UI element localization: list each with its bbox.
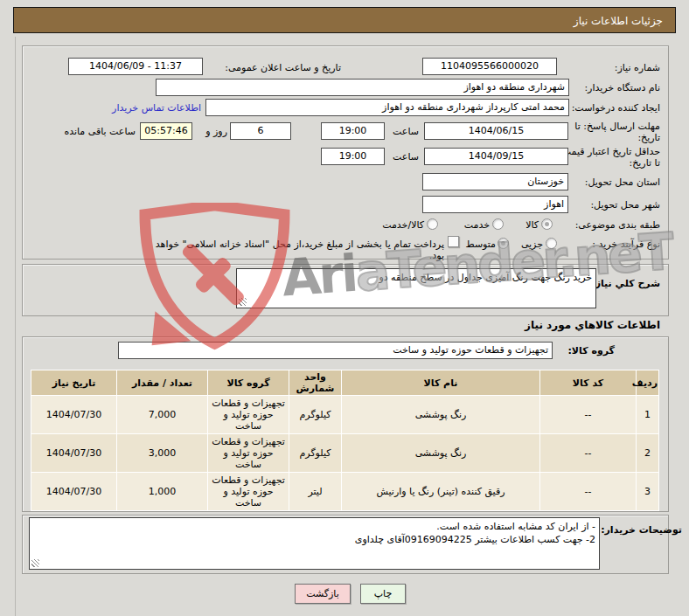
- cell-item-name: رنگ پوششی: [342, 396, 540, 434]
- purchase-process-label: نوع فرآیند خرید :: [555, 239, 660, 250]
- cell-item-code: --: [540, 434, 637, 473]
- cell-need-date: 1404/07/30: [31, 396, 117, 434]
- col-header-need-date[interactable]: تاریخ نیاز: [31, 370, 117, 396]
- days-suffix-label: روز و: [196, 126, 227, 137]
- cell-row-number: 2: [637, 434, 659, 473]
- cell-need-date: 1404/07/30: [31, 434, 117, 473]
- need-description-text: خرید رنگ جهت رنگ آمیزی جداول در سطح منطق…: [379, 272, 592, 283]
- price-validity-date[interactable]: 1404/09/15: [424, 148, 568, 165]
- buyer-contact-link[interactable]: اطلاعات تماس خریدار: [87, 102, 201, 114]
- price-validity-time[interactable]: 19:00: [321, 148, 385, 165]
- cell-group: تجهیزات و قطعات حوزه تولید و ساخت: [208, 396, 289, 434]
- page-title: جزئیات اطلاعات نیاز: [13, 7, 676, 33]
- panel-edge-divider: [15, 37, 16, 616]
- radio-medium[interactable]: [498, 238, 509, 249]
- reply-deadline-time[interactable]: 19:00: [321, 122, 385, 140]
- cell-unit: لیتر: [289, 473, 342, 511]
- treasury-payment-checkbox[interactable]: [448, 236, 459, 247]
- cell-item-code: --: [540, 396, 637, 434]
- goods-group-label: گروه کالا:: [553, 345, 615, 356]
- print-button[interactable]: چاپ: [360, 584, 406, 604]
- buyer-comments-textarea[interactable]: - از ایران کد مشابه استفاده شده است. 2- …: [29, 517, 600, 570]
- cell-item-name: رقیق کننده (تینر) رنگ یا وارنیش: [342, 473, 540, 511]
- buyer-comments-line1: - از ایران کد مشابه استفاده شده است.: [33, 520, 595, 533]
- back-button[interactable]: بازگشت: [295, 584, 351, 604]
- radio-goods-service-label: کالا/خدمت: [367, 219, 424, 231]
- radio-goods-label: کالا: [514, 219, 539, 231]
- col-header-item-name[interactable]: نام کالا: [342, 370, 540, 396]
- countdown-suffix-label: ساعت باقی مانده: [37, 126, 136, 137]
- col-header-row-number[interactable]: ردیف: [637, 370, 659, 396]
- need-number-value[interactable]: 1104095566000020: [422, 58, 557, 75]
- radio-goods[interactable]: [541, 218, 553, 230]
- province-label: استان محل تحویل:: [555, 176, 660, 188]
- col-header-unit[interactable]: واحد شمارش: [289, 370, 342, 396]
- cell-item-name: رنگ پوششی: [342, 434, 540, 473]
- province-value[interactable]: خوزستان: [422, 173, 568, 190]
- cell-group: تجهیزات و قطعات حوزه تولید و ساخت: [208, 473, 289, 511]
- goods-group-value[interactable]: تجهیزات و قطعات حوزه تولید و ساخت: [118, 342, 553, 359]
- table-header-row: ردیف کد کالا نام کالا واحد شمارش گروه کا…: [31, 370, 659, 396]
- cell-quantity: 1,000: [117, 473, 208, 511]
- buyer-comments-label: توضیحات خریدار:: [599, 524, 682, 536]
- table-row: 1 -- رنگ پوششی کیلوگرم تجهیزات و قطعات ح…: [31, 396, 659, 434]
- request-creator-value[interactable]: محمد امتی کارپرداز شهرداری منطقه دو اهوا…: [205, 99, 569, 116]
- col-header-item-code[interactable]: کد کالا: [540, 370, 637, 396]
- remaining-days-value[interactable]: 6: [230, 122, 291, 140]
- cell-quantity: 3,000: [117, 434, 208, 473]
- goods-table: ردیف کد کالا نام کالا واحد شمارش گروه کا…: [31, 370, 659, 511]
- announce-datetime-value[interactable]: 1404/06/09 - 11:37: [68, 58, 203, 75]
- buyer-name-value[interactable]: شهرداری منطقه دو اهواز: [156, 79, 569, 96]
- cell-need-date: 1404/07/30: [31, 473, 117, 511]
- buyer-comments-line2: 2- جهت کسب اطلاعات بیشتر 09169094225آقای…: [33, 533, 595, 546]
- need-details-page: جزئیات اطلاعات نیاز شماره نیاز: 11040955…: [0, 0, 689, 616]
- col-header-group[interactable]: گروه کالا: [208, 370, 289, 396]
- radio-minor-label: جزیی: [514, 239, 543, 250]
- treasury-payment-label: پرداخت تمام یا بخشی از مبلغ خرید،از محل …: [138, 239, 444, 261]
- reply-deadline-date[interactable]: 1404/06/15: [424, 122, 568, 140]
- radio-medium-label: متوسط: [459, 239, 496, 250]
- cell-quantity: 7,000: [117, 396, 208, 434]
- price-validity-hour-label: ساعت: [389, 151, 419, 163]
- col-header-quantity[interactable]: تعداد / مقدار: [117, 370, 208, 396]
- radio-minor[interactable]: [546, 238, 557, 249]
- radio-service[interactable]: [492, 218, 504, 230]
- cell-unit: کیلوگرم: [289, 396, 342, 434]
- countdown-timer: 05:57:46: [140, 122, 192, 140]
- city-label: شهر محل تحویل:: [555, 199, 660, 211]
- subject-class-label: طبقه بندی موضوعی:: [555, 219, 660, 231]
- table-row: 2 -- رنگ پوششی کیلوگرم تجهیزات و قطعات ح…: [31, 434, 659, 473]
- price-validity-label: حداقل تاریخ اعتبار قیمت: تا تاریخ:: [555, 146, 660, 169]
- cell-row-number: 3: [637, 473, 659, 511]
- buyer-name-label: نام دستگاه خریدار:: [555, 82, 660, 93]
- reply-deadline-label: مهلت ارسال پاسخ: تا تاریخ:: [566, 121, 660, 143]
- cell-group: تجهیزات و قطعات حوزه تولید و ساخت: [208, 434, 289, 473]
- need-number-label: شماره نیاز:: [564, 62, 660, 73]
- reply-deadline-hour-label: ساعت: [389, 126, 419, 137]
- resize-handle-icon[interactable]: [31, 559, 39, 567]
- radio-goods-service[interactable]: [427, 218, 438, 230]
- city-value[interactable]: اهواز: [422, 196, 568, 213]
- cell-unit: کیلوگرم: [289, 434, 342, 473]
- need-description-textarea[interactable]: خرید رنگ جهت رنگ آمیزی جداول در سطح منطق…: [236, 268, 596, 308]
- table-row: 3 -- رقیق کننده (تینر) رنگ یا وارنیش لیت…: [31, 473, 659, 511]
- resize-handle-icon[interactable]: [239, 298, 247, 306]
- goods-section-heading: اطلاعات کالاهاي مورد نیاز: [503, 320, 660, 331]
- cell-item-code: --: [540, 473, 637, 511]
- radio-service-label: خدمت: [455, 219, 490, 231]
- announce-datetime-label: تاریخ و ساعت اعلان عمومی:: [205, 62, 341, 73]
- cell-row-number: 1: [637, 396, 659, 434]
